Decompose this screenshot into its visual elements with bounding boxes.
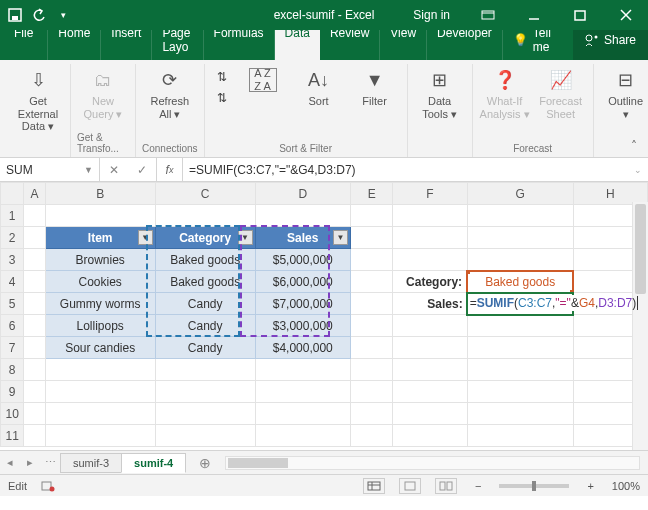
cell-F1[interactable] — [393, 205, 467, 227]
col-header-F[interactable]: F — [393, 183, 467, 205]
zoom-in-icon[interactable]: + — [583, 480, 597, 492]
col-header-C[interactable]: C — [155, 183, 255, 205]
cell-F3[interactable] — [393, 249, 467, 271]
row-header-4[interactable]: 4 — [1, 271, 24, 293]
normal-view-icon[interactable] — [363, 478, 385, 494]
cell-E9[interactable] — [350, 381, 392, 403]
cell-C9[interactable] — [155, 381, 255, 403]
cell-B6[interactable]: Lollipops — [45, 315, 155, 337]
cell-B8[interactable] — [45, 359, 155, 381]
cell-F11[interactable] — [393, 425, 467, 447]
zoom-out-icon[interactable]: − — [471, 480, 485, 492]
cell-A10[interactable] — [24, 403, 45, 425]
row-header-2[interactable]: 2 — [1, 227, 24, 249]
filter-dropdown-icon[interactable]: ▼ — [138, 230, 153, 245]
sort-button[interactable]: A↓Sort — [293, 64, 345, 108]
cell-G7[interactable] — [467, 337, 573, 359]
collapse-ribbon-icon[interactable]: ˄ — [626, 138, 642, 154]
cell-C10[interactable] — [155, 403, 255, 425]
cell-G10[interactable] — [467, 403, 573, 425]
cancel-formula-icon[interactable]: ✕ — [100, 158, 128, 181]
vertical-scrollbar[interactable] — [632, 202, 648, 450]
col-header-G[interactable]: G — [467, 183, 573, 205]
row-header-11[interactable]: 11 — [1, 425, 24, 447]
expand-formula-icon[interactable]: ⌄ — [634, 165, 642, 175]
cell-G6[interactable] — [467, 315, 573, 337]
cell-C11[interactable] — [155, 425, 255, 447]
ribbon-options-icon[interactable] — [466, 0, 510, 30]
cell-G11[interactable] — [467, 425, 573, 447]
page-break-view-icon[interactable] — [435, 478, 457, 494]
cell-E7[interactable] — [350, 337, 392, 359]
cell-E8[interactable] — [350, 359, 392, 381]
cell-B3[interactable]: Brownies — [45, 249, 155, 271]
cell-B11[interactable] — [45, 425, 155, 447]
save-icon[interactable] — [8, 8, 22, 22]
cell-D10[interactable] — [255, 403, 350, 425]
cell-E3[interactable] — [350, 249, 392, 271]
zoom-level[interactable]: 100% — [612, 480, 640, 492]
filter-dropdown-icon[interactable]: ▼ — [238, 230, 253, 245]
col-header-A[interactable]: A — [24, 183, 45, 205]
cell-G4[interactable]: Baked goods — [467, 271, 573, 293]
row-header-3[interactable]: 3 — [1, 249, 24, 271]
col-header-E[interactable]: E — [350, 183, 392, 205]
cell-F9[interactable] — [393, 381, 467, 403]
data-button[interactable]: ⊞DataTools ▾ — [414, 64, 466, 120]
cell-C4[interactable]: Baked goods — [155, 271, 255, 293]
cell-E6[interactable] — [350, 315, 392, 337]
cell-F10[interactable] — [393, 403, 467, 425]
cell-D2[interactable]: Sales▼ — [255, 227, 350, 249]
cell-B7[interactable]: Sour candies — [45, 337, 155, 359]
filter-button[interactable]: ▼Filter — [349, 64, 401, 108]
accept-formula-icon[interactable]: ✓ — [128, 158, 156, 181]
cell-E4[interactable] — [350, 271, 392, 293]
cell-A11[interactable] — [24, 425, 45, 447]
tab-scroll-right-icon[interactable]: ▸ — [20, 456, 40, 469]
cell-A9[interactable] — [24, 381, 45, 403]
col-header-B[interactable]: B — [45, 183, 155, 205]
sheet-tab-sumif-3[interactable]: sumif-3 — [60, 453, 122, 473]
cell-E5[interactable] — [350, 293, 392, 315]
qat-customize-icon[interactable]: ▾ — [56, 8, 70, 22]
cell-B1[interactable] — [45, 205, 155, 227]
sheet-tab-sumif-4[interactable]: sumif-4 — [121, 453, 186, 473]
cell-B2[interactable]: Item▼ — [45, 227, 155, 249]
cell-G1[interactable] — [467, 205, 573, 227]
cell-A1[interactable] — [24, 205, 45, 227]
sort-mini-button[interactable]: ⇅ — [211, 88, 233, 108]
cell-B9[interactable] — [45, 381, 155, 403]
cell-F6[interactable] — [393, 315, 467, 337]
cell-C1[interactable] — [155, 205, 255, 227]
row-header-9[interactable]: 9 — [1, 381, 24, 403]
cell-D1[interactable] — [255, 205, 350, 227]
cell-E10[interactable] — [350, 403, 392, 425]
cell-A8[interactable] — [24, 359, 45, 381]
refresh-button[interactable]: ⟳RefreshAll ▾ — [144, 64, 196, 120]
fx-icon[interactable]: fx — [157, 158, 183, 181]
sort-az-button[interactable]: A ZZ A — [237, 64, 289, 92]
cell-C8[interactable] — [155, 359, 255, 381]
cell-B5[interactable]: Gummy worms — [45, 293, 155, 315]
cell-A2[interactable] — [24, 227, 45, 249]
cell-A5[interactable] — [24, 293, 45, 315]
cell-G3[interactable] — [467, 249, 573, 271]
minimize-icon[interactable] — [512, 0, 556, 30]
cell-E11[interactable] — [350, 425, 392, 447]
cell-C2[interactable]: Category▼ — [155, 227, 255, 249]
cell-B10[interactable] — [45, 403, 155, 425]
cell-F7[interactable] — [393, 337, 467, 359]
formula-bar[interactable]: =SUMIF(C3:C7,"="&G4,D3:D7) ⌄ — [183, 158, 648, 181]
cell-D4[interactable]: $6,000,000 — [255, 271, 350, 293]
cell-A6[interactable] — [24, 315, 45, 337]
row-header-10[interactable]: 10 — [1, 403, 24, 425]
row-header-8[interactable]: 8 — [1, 359, 24, 381]
worksheet-grid[interactable]: ABCDEFGH12Item▼Category▼Sales▼3BrowniesB… — [0, 182, 648, 450]
cell-F8[interactable] — [393, 359, 467, 381]
cell-A7[interactable] — [24, 337, 45, 359]
outline-button[interactable]: ⊟Outline▾ — [600, 64, 648, 120]
cell-F2[interactable] — [393, 227, 467, 249]
maximize-icon[interactable] — [558, 0, 602, 30]
row-header-5[interactable]: 5 — [1, 293, 24, 315]
cell-F5[interactable]: Sales: — [393, 293, 467, 315]
